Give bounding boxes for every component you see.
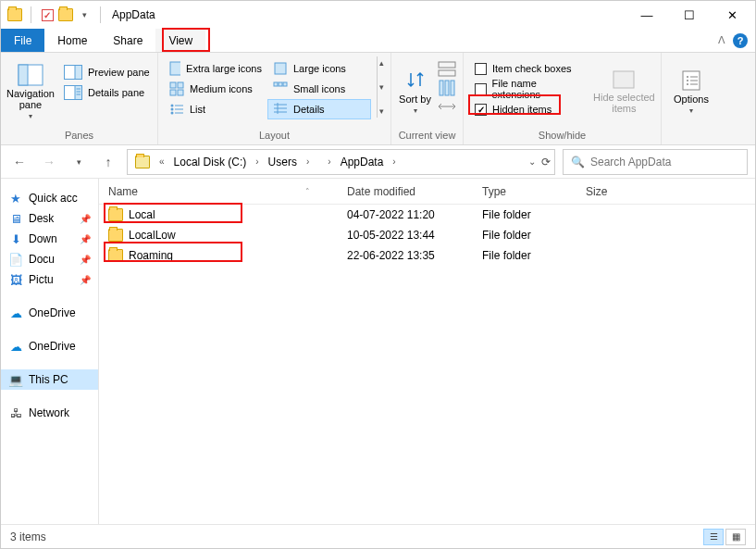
svg-point-18 bbox=[171, 105, 174, 107]
column-size[interactable]: Size bbox=[586, 185, 660, 198]
sort-indicator-icon: ˄ bbox=[305, 187, 310, 196]
tab-home[interactable]: Home bbox=[44, 29, 100, 52]
sidebar-documents[interactable]: 📄Docu📌 bbox=[1, 249, 98, 269]
desktop-icon: 🖥 bbox=[8, 212, 23, 226]
nav-pane-icon bbox=[18, 64, 43, 86]
details-pane-button[interactable]: Details pane bbox=[58, 82, 155, 103]
group-currentview-label: Current view bbox=[397, 128, 457, 143]
cloud-icon: ☁ bbox=[8, 306, 23, 320]
view-details[interactable]: Details bbox=[267, 99, 371, 119]
pictures-icon: 🖼 bbox=[8, 273, 23, 287]
help-icon[interactable]: ? bbox=[733, 33, 748, 48]
recent-dropdown[interactable]: ▾ bbox=[68, 151, 90, 173]
chevron-down-icon: ▾ bbox=[414, 106, 417, 115]
breadcrumb-seg[interactable]: Local Disk (C:) bbox=[170, 150, 251, 174]
download-icon: ⬇ bbox=[8, 232, 23, 246]
search-input[interactable]: 🔍 Search AppData bbox=[563, 149, 748, 175]
column-headers[interactable]: Name˄ Date modified Type Size bbox=[99, 179, 755, 205]
refresh-icon[interactable]: ⟳ bbox=[541, 156, 551, 168]
view-large-icons[interactable]: Large icons bbox=[267, 58, 371, 79]
file-list-pane: Name˄ Date modified Type Size Local 04-0… bbox=[99, 179, 755, 524]
svg-rect-5 bbox=[75, 86, 82, 100]
sidebar-quick-access[interactable]: ★Quick acc bbox=[1, 188, 98, 208]
search-icon: 🔍 bbox=[571, 156, 585, 168]
sidebar-onedrive[interactable]: ☁OneDrive bbox=[1, 336, 98, 356]
svg-rect-17 bbox=[283, 82, 287, 86]
svg-rect-13 bbox=[170, 90, 176, 95]
file-row[interactable]: Local 04-07-2022 11:20 File folder bbox=[99, 205, 755, 225]
pin-icon: 📌 bbox=[80, 275, 91, 285]
details-icon bbox=[273, 102, 288, 117]
checkbox-checked-icon bbox=[475, 104, 487, 116]
size-columns-icon[interactable] bbox=[437, 97, 457, 116]
preview-pane-icon bbox=[64, 65, 82, 80]
sidebar-onedrive[interactable]: ☁OneDrive bbox=[1, 303, 98, 323]
sort-by-button[interactable]: Sort by ▾ bbox=[397, 56, 433, 127]
ribbon-collapse-icon[interactable]: ᐱ bbox=[718, 34, 725, 46]
breadcrumb-chevron-icon[interactable]: › bbox=[252, 156, 262, 167]
breadcrumb-ellipsis[interactable] bbox=[315, 150, 322, 174]
hide-selected-button[interactable]: Hide selected items bbox=[593, 56, 655, 127]
breadcrumb-seg[interactable]: AppData bbox=[337, 150, 388, 174]
group-by-icon[interactable] bbox=[437, 60, 457, 79]
view-extra-large-icons[interactable]: Extra large icons bbox=[164, 58, 267, 79]
qat-newfolder-icon[interactable] bbox=[57, 6, 74, 23]
folder-icon bbox=[108, 229, 123, 242]
view-medium-icons[interactable]: Medium icons bbox=[164, 79, 267, 99]
navigation-pane-button[interactable]: Navigation pane ▾ bbox=[6, 56, 55, 127]
preview-pane-button[interactable]: Preview pane bbox=[58, 62, 155, 82]
network-icon: 🖧 bbox=[8, 406, 23, 420]
hidden-items-toggle[interactable]: Hidden items bbox=[469, 99, 589, 119]
sidebar-this-pc[interactable]: 💻This PC bbox=[1, 369, 98, 390]
breadcrumb-chevron-icon[interactable]: « bbox=[155, 156, 168, 167]
back-button[interactable]: ← bbox=[8, 151, 31, 173]
titlebar: ▾ AppData — ☐ ✕ bbox=[1, 1, 755, 29]
up-button[interactable]: ↑ bbox=[97, 151, 119, 173]
icons-view-toggle[interactable]: ▦ bbox=[725, 529, 746, 545]
pin-icon: 📌 bbox=[80, 214, 91, 224]
address-bar[interactable]: « Local Disk (C:) › Users › › AppData › … bbox=[127, 149, 555, 175]
drive-icon[interactable] bbox=[131, 150, 154, 174]
svg-rect-10 bbox=[275, 63, 286, 74]
tab-file[interactable]: File bbox=[1, 29, 44, 52]
qat-dropdown-icon[interactable]: ▾ bbox=[76, 6, 93, 23]
status-bar: 3 items ☰ ▦ bbox=[1, 524, 755, 548]
xlicons-icon bbox=[169, 61, 180, 76]
column-name[interactable]: Name˄ bbox=[108, 185, 347, 198]
details-view-toggle[interactable]: ☰ bbox=[703, 529, 724, 545]
file-row[interactable]: LocalLow 10-05-2022 13:44 File folder bbox=[99, 225, 755, 245]
minimize-button[interactable]: — bbox=[626, 1, 668, 29]
view-small-icons[interactable]: Small icons bbox=[267, 79, 371, 99]
checkbox-icon bbox=[475, 83, 487, 95]
column-date[interactable]: Date modified bbox=[347, 185, 482, 198]
navigation-sidebar: ★Quick acc 🖥Desk📌 ⬇Down📌 📄Docu📌 🖼Pictu📌 … bbox=[1, 179, 99, 524]
breadcrumb-chevron-icon[interactable]: › bbox=[389, 156, 399, 167]
forward-button[interactable]: → bbox=[38, 151, 60, 173]
tab-share[interactable]: Share bbox=[100, 29, 155, 52]
svg-rect-1 bbox=[19, 65, 28, 85]
close-button[interactable]: ✕ bbox=[711, 1, 753, 29]
svg-rect-33 bbox=[613, 71, 634, 88]
options-button[interactable]: Options ▾ bbox=[667, 56, 715, 127]
address-dropdown-icon[interactable]: ⌄ bbox=[528, 156, 536, 167]
layout-scroll[interactable]: ▴▾▾ bbox=[377, 56, 385, 118]
svg-rect-16 bbox=[279, 82, 282, 86]
item-check-boxes-toggle[interactable]: Item check boxes bbox=[469, 58, 589, 79]
breadcrumb-chevron-icon[interactable]: › bbox=[324, 156, 334, 167]
qat-properties-icon[interactable] bbox=[39, 6, 56, 23]
sidebar-pictures[interactable]: 🖼Pictu📌 bbox=[1, 269, 98, 290]
add-columns-icon[interactable] bbox=[437, 79, 457, 97]
maximize-button[interactable]: ☐ bbox=[668, 1, 711, 29]
sidebar-desktop[interactable]: 🖥Desk📌 bbox=[1, 208, 98, 229]
licons-icon bbox=[273, 61, 288, 76]
column-type[interactable]: Type bbox=[482, 185, 586, 198]
sidebar-network[interactable]: 🖧Network bbox=[1, 403, 98, 423]
view-list[interactable]: List bbox=[164, 99, 267, 119]
file-row[interactable]: Roaming 22-06-2022 13:35 File folder bbox=[99, 245, 755, 266]
svg-rect-3 bbox=[75, 66, 82, 80]
tab-view[interactable]: View bbox=[155, 29, 205, 52]
file-name-extensions-toggle[interactable]: File name extensions bbox=[469, 79, 589, 99]
sidebar-downloads[interactable]: ⬇Down📌 bbox=[1, 229, 98, 249]
breadcrumb-seg[interactable]: Users bbox=[265, 150, 301, 174]
breadcrumb-chevron-icon[interactable]: › bbox=[303, 156, 313, 167]
